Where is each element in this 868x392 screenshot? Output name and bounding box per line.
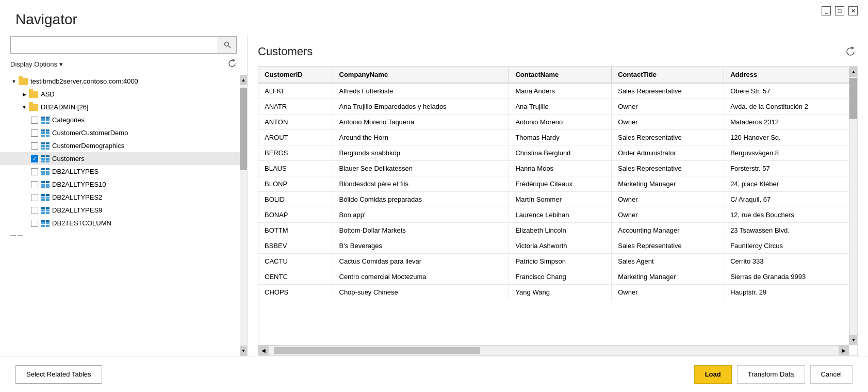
tree-item-db2alltypes[interactable]: DB2ALLTYPES <box>0 165 247 178</box>
refresh-nav-button[interactable] <box>227 59 237 70</box>
folder-icon-asd <box>29 91 38 98</box>
table-cell: Laurence Lebihan <box>509 207 612 223</box>
table-cell: 12, rue des Bouchers <box>724 207 857 223</box>
tree-scroll-down-btn[interactable]: ▼ <box>240 346 247 356</box>
table-cell: Patricio Simpson <box>509 254 612 269</box>
tree-item-customerdemographics[interactable]: CustomerDemographics <box>0 139 247 152</box>
minimize-button[interactable]: ⎯ <box>822 6 831 15</box>
tree-item-label-customercustomerdemo: CustomerCustomerDemo <box>52 129 128 137</box>
checkbox-db2alltypes2[interactable] <box>31 194 38 201</box>
h-scroll-thumb[interactable] <box>274 347 480 354</box>
col-header-address: Address <box>724 67 857 83</box>
table-refresh-button[interactable] <box>843 44 858 59</box>
window-controls: ⎯ □ ✕ <box>822 6 858 15</box>
tree-scroll-thumb[interactable] <box>240 88 247 170</box>
table-body: ALFKIAlfreds FutterkisteMaria AndersSale… <box>258 83 857 300</box>
checkbox-db2alltypes10[interactable] <box>31 181 38 188</box>
table-cell: Christina Berglund <box>509 145 612 161</box>
table-v-scrollbar: ▲ ▼ <box>849 67 857 345</box>
table-scroll-container[interactable]: CustomerID CompanyName ContactName Conta… <box>258 67 857 355</box>
close-button[interactable]: ✕ <box>848 6 858 15</box>
table-cell: Victoria Ashworth <box>509 238 612 254</box>
table-cell: BERGS <box>258 145 333 161</box>
tree-item-db2alltypes9[interactable]: DB2ALLTYPES9 <box>0 204 247 217</box>
navigator-dialog: Navigator Display Options ▾ <box>0 0 868 392</box>
table-cell: Sales Representative <box>612 83 724 99</box>
tree-item-label-db2alltypes9: DB2ALLTYPES9 <box>52 206 102 214</box>
tree-item-customercustomerdemo[interactable]: CustomerCustomerDemo <box>0 126 247 139</box>
tree-item-db2admin[interactable]: ▼ DB2ADMIN [26] <box>0 101 247 113</box>
table-cell: Sales Representative <box>612 161 724 176</box>
table-cell: Accounting Manager <box>612 223 724 238</box>
table-cell: C/ Araquil, 67 <box>724 192 857 207</box>
checkbox-customerdemographics[interactable] <box>31 142 38 150</box>
table-icon-db2testcolumn <box>41 220 50 227</box>
table-cell: Marketing Manager <box>612 269 724 285</box>
table-cell: 120 Hanover Sq. <box>724 130 857 145</box>
load-button[interactable]: Load <box>694 365 732 384</box>
table-cell: Owner <box>612 192 724 207</box>
svg-point-0 <box>224 42 228 46</box>
maximize-button[interactable]: □ <box>835 6 844 15</box>
table-cell: Owner <box>612 115 724 130</box>
table-scroll-down-btn[interactable]: ▼ <box>849 335 858 345</box>
table-scroll-up-btn[interactable]: ▲ <box>849 67 858 77</box>
search-input[interactable] <box>11 37 218 53</box>
select-related-tables-button[interactable]: Select Related Tables <box>15 365 102 384</box>
search-button[interactable] <box>218 37 236 53</box>
more-items-indicator: — — <box>0 230 247 240</box>
table-cell: BONAP <box>258 207 333 223</box>
table-cell: Hauptstr. 29 <box>724 285 857 300</box>
tree-item-categories[interactable]: Categories <box>0 113 247 126</box>
tree-container: ▼ testibmdb2server.contoso.com:4000 ▶ AS… <box>0 75 247 356</box>
table-cell: AROUT <box>258 130 333 145</box>
checkbox-customercustomerdemo[interactable] <box>31 129 38 137</box>
tree-item-db2alltypes10[interactable]: DB2ALLTYPES10 <box>0 178 247 191</box>
table-cell: Frédérique Citeaux <box>509 176 612 192</box>
checkbox-db2testcolumn[interactable] <box>31 220 38 227</box>
tree-item-asd[interactable]: ▶ ASD <box>0 88 247 101</box>
table-refresh-icon <box>845 46 856 57</box>
tree-item-label-customers: Customers <box>52 155 85 162</box>
checkbox-db2alltypes[interactable] <box>31 168 38 175</box>
display-options-button[interactable]: Display Options ▾ <box>0 59 247 75</box>
table-cell: Martín Sommer <box>509 192 612 207</box>
table-row: ANTONAntonio Moreno TaqueríaAntonio More… <box>258 115 857 130</box>
table-cell: BLONP <box>258 176 333 192</box>
table-cell: 24, place Kléber <box>724 176 857 192</box>
chevron-down-icon: ▾ <box>59 60 63 68</box>
dialog-body: Display Options ▾ ▼ testibmdb2server.con… <box>0 36 868 356</box>
cancel-button[interactable]: Cancel <box>810 365 853 384</box>
left-panel: Display Options ▾ ▼ testibmdb2server.con… <box>0 36 248 356</box>
table-icon-customers <box>41 155 50 162</box>
checkbox-categories[interactable] <box>31 117 38 124</box>
tree-server-root[interactable]: ▼ testibmdb2server.contoso.com:4000 <box>0 75 247 88</box>
h-scroll-right-btn[interactable]: ▶ <box>839 346 849 356</box>
tree-item-db2alltypes2[interactable]: DB2ALLTYPES2 <box>0 191 247 204</box>
table-row: ANATRAna Trujillo Emparedados y heladosA… <box>258 99 857 115</box>
table-v-scroll-thumb[interactable] <box>849 78 858 119</box>
tree-scroll-up-btn[interactable]: ▲ <box>240 75 247 85</box>
col-header-customerid: CustomerID <box>258 67 333 83</box>
tree-item-db2testcolumn[interactable]: DB2TESTCOLUMN <box>0 217 247 230</box>
tree-item-label-db2testcolumn: DB2TESTCOLUMN <box>52 219 111 227</box>
checkbox-db2alltypes9[interactable] <box>31 207 38 214</box>
h-scroll-left-btn[interactable]: ◀ <box>258 346 269 356</box>
table-cell: Blondesddsl père et fils <box>333 176 509 192</box>
table-row: BONAPBon app'Laurence LebihanOwner12, ru… <box>258 207 857 223</box>
table-row: BERGSBerglunds snabbköpChristina Berglun… <box>258 145 857 161</box>
tree-item-customers[interactable]: ✓ Customers <box>0 152 247 165</box>
table-cell: Sales Representative <box>612 238 724 254</box>
table-cell: CHOPS <box>258 285 333 300</box>
display-options-label: Display Options <box>10 60 57 68</box>
table-row: CHOPSChop-suey ChineseYang WangOwnerHaup… <box>258 285 857 300</box>
transform-data-button[interactable]: Transform Data <box>737 365 805 384</box>
checkbox-customers[interactable]: ✓ <box>31 155 38 162</box>
table-icon-db2alltypes <box>41 168 50 175</box>
table-cell: Forsterstr. 57 <box>724 161 857 176</box>
tree-item-label-customerdemographics: CustomerDemographics <box>52 142 124 150</box>
table-cell: ALFKI <box>258 83 333 99</box>
table-cell: Berglunds snabbköp <box>333 145 509 161</box>
table-cell: Chop-suey Chinese <box>333 285 509 300</box>
table-icon-customercustomerdemo <box>41 129 50 137</box>
